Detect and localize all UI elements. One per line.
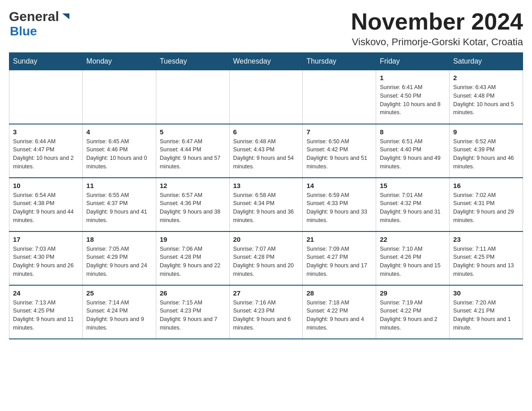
- day-number: 27: [233, 289, 299, 297]
- day-info: Sunrise: 6:52 AM Sunset: 4:39 PM Dayligh…: [453, 137, 519, 171]
- day-info: Sunrise: 6:45 AM Sunset: 4:46 PM Dayligh…: [86, 137, 152, 171]
- calendar-header-wednesday: Wednesday: [229, 53, 303, 70]
- logo-blue-text: Blue: [10, 24, 37, 38]
- day-number: 1: [380, 74, 446, 81]
- day-number: 8: [380, 128, 446, 136]
- calendar-week-row: 1Sunrise: 6:41 AM Sunset: 4:50 PM Daylig…: [9, 70, 523, 124]
- day-info: Sunrise: 6:55 AM Sunset: 4:37 PM Dayligh…: [86, 191, 152, 225]
- day-info: Sunrise: 7:05 AM Sunset: 4:29 PM Dayligh…: [86, 245, 152, 278]
- day-number: 5: [160, 128, 226, 136]
- day-info: Sunrise: 7:10 AM Sunset: 4:26 PM Dayligh…: [380, 245, 446, 278]
- calendar-day: 30Sunrise: 7:20 AM Sunset: 4:21 PM Dayli…: [450, 285, 523, 339]
- day-info: Sunrise: 7:19 AM Sunset: 4:22 PM Dayligh…: [380, 299, 446, 332]
- calendar-day: 26Sunrise: 7:15 AM Sunset: 4:23 PM Dayli…: [156, 285, 229, 339]
- day-number: 30: [453, 289, 519, 297]
- day-number: 25: [86, 289, 152, 297]
- calendar-header-monday: Monday: [82, 53, 156, 70]
- calendar-day: 16Sunrise: 7:02 AM Sunset: 4:31 PM Dayli…: [450, 178, 523, 231]
- day-number: 13: [233, 182, 299, 189]
- day-number: 3: [13, 128, 79, 136]
- day-info: Sunrise: 7:14 AM Sunset: 4:24 PM Dayligh…: [86, 299, 152, 332]
- calendar-day: 21Sunrise: 7:09 AM Sunset: 4:27 PM Dayli…: [303, 231, 376, 285]
- calendar-day: 9Sunrise: 6:52 AM Sunset: 4:39 PM Daylig…: [450, 124, 523, 178]
- calendar-day: [82, 70, 156, 124]
- day-info: Sunrise: 6:43 AM Sunset: 4:48 PM Dayligh…: [453, 83, 519, 117]
- day-info: Sunrise: 6:50 AM Sunset: 4:42 PM Dayligh…: [306, 137, 372, 171]
- day-info: Sunrise: 7:20 AM Sunset: 4:21 PM Dayligh…: [453, 299, 519, 332]
- calendar-day: 24Sunrise: 7:13 AM Sunset: 4:25 PM Dayli…: [9, 285, 83, 339]
- day-number: 6: [233, 128, 299, 136]
- calendar-day: 11Sunrise: 6:55 AM Sunset: 4:37 PM Dayli…: [82, 178, 156, 231]
- day-number: 22: [380, 235, 446, 243]
- calendar-table: SundayMondayTuesdayWednesdayThursdayFrid…: [9, 52, 523, 339]
- day-number: 19: [160, 235, 226, 243]
- calendar-day: 12Sunrise: 6:57 AM Sunset: 4:36 PM Dayli…: [156, 178, 229, 231]
- calendar-day: 13Sunrise: 6:58 AM Sunset: 4:34 PM Dayli…: [229, 178, 303, 231]
- day-info: Sunrise: 7:16 AM Sunset: 4:23 PM Dayligh…: [233, 299, 299, 332]
- day-info: Sunrise: 7:06 AM Sunset: 4:28 PM Dayligh…: [160, 245, 226, 278]
- calendar-day: 8Sunrise: 6:51 AM Sunset: 4:40 PM Daylig…: [376, 124, 450, 178]
- calendar-day: 10Sunrise: 6:54 AM Sunset: 4:38 PM Dayli…: [9, 178, 83, 231]
- day-number: 23: [453, 235, 519, 243]
- calendar-day: 6Sunrise: 6:48 AM Sunset: 4:43 PM Daylig…: [229, 124, 303, 178]
- day-info: Sunrise: 6:47 AM Sunset: 4:44 PM Dayligh…: [160, 137, 226, 171]
- day-info: Sunrise: 7:18 AM Sunset: 4:22 PM Dayligh…: [306, 299, 372, 332]
- calendar-day: 15Sunrise: 7:01 AM Sunset: 4:32 PM Dayli…: [376, 178, 450, 231]
- calendar-day: 28Sunrise: 7:18 AM Sunset: 4:22 PM Dayli…: [303, 285, 376, 339]
- day-number: 15: [380, 182, 446, 189]
- calendar-day: 2Sunrise: 6:43 AM Sunset: 4:48 PM Daylig…: [450, 70, 523, 124]
- location-text: Viskovo, Primorje-Gorski Kotar, Croatia: [351, 36, 523, 48]
- day-info: Sunrise: 7:02 AM Sunset: 4:31 PM Dayligh…: [453, 191, 519, 225]
- calendar-day: 29Sunrise: 7:19 AM Sunset: 4:22 PM Dayli…: [376, 285, 450, 339]
- calendar-day: 22Sunrise: 7:10 AM Sunset: 4:26 PM Dayli…: [376, 231, 450, 285]
- calendar-header-row: SundayMondayTuesdayWednesdayThursdayFrid…: [9, 53, 523, 70]
- day-number: 2: [453, 74, 519, 81]
- day-info: Sunrise: 7:01 AM Sunset: 4:32 PM Dayligh…: [380, 191, 446, 225]
- logo: General Blue: [9, 9, 71, 39]
- day-number: 7: [306, 128, 372, 136]
- calendar-day: [9, 70, 83, 124]
- day-number: 18: [86, 235, 152, 243]
- calendar-header-friday: Friday: [376, 53, 450, 70]
- day-info: Sunrise: 6:41 AM Sunset: 4:50 PM Dayligh…: [380, 83, 446, 117]
- calendar-header-tuesday: Tuesday: [156, 53, 229, 70]
- calendar-day: 1Sunrise: 6:41 AM Sunset: 4:50 PM Daylig…: [376, 70, 450, 124]
- day-info: Sunrise: 6:54 AM Sunset: 4:38 PM Dayligh…: [13, 191, 79, 225]
- day-number: 12: [160, 182, 226, 189]
- calendar-header-thursday: Thursday: [303, 53, 376, 70]
- calendar-day: 14Sunrise: 6:59 AM Sunset: 4:33 PM Dayli…: [303, 178, 376, 231]
- day-number: 24: [13, 289, 79, 297]
- day-number: 14: [306, 182, 372, 189]
- logo-general-text: General: [9, 9, 59, 24]
- day-info: Sunrise: 6:58 AM Sunset: 4:34 PM Dayligh…: [233, 191, 299, 225]
- month-title: November 2024: [351, 9, 523, 34]
- calendar-header-sunday: Sunday: [9, 53, 83, 70]
- day-info: Sunrise: 6:44 AM Sunset: 4:47 PM Dayligh…: [13, 137, 79, 171]
- day-info: Sunrise: 6:57 AM Sunset: 4:36 PM Dayligh…: [160, 191, 226, 225]
- day-info: Sunrise: 7:07 AM Sunset: 4:28 PM Dayligh…: [233, 245, 299, 278]
- calendar-day: 17Sunrise: 7:03 AM Sunset: 4:30 PM Dayli…: [9, 231, 83, 285]
- svg-marker-0: [62, 13, 69, 19]
- calendar-day: 4Sunrise: 6:45 AM Sunset: 4:46 PM Daylig…: [82, 124, 156, 178]
- calendar-header-saturday: Saturday: [450, 53, 523, 70]
- calendar-day: 19Sunrise: 7:06 AM Sunset: 4:28 PM Dayli…: [156, 231, 229, 285]
- day-number: 28: [306, 289, 372, 297]
- day-number: 21: [306, 235, 372, 243]
- day-info: Sunrise: 7:13 AM Sunset: 4:25 PM Dayligh…: [13, 299, 79, 332]
- day-number: 26: [160, 289, 226, 297]
- day-info: Sunrise: 6:59 AM Sunset: 4:33 PM Dayligh…: [306, 191, 372, 225]
- day-number: 9: [453, 128, 519, 136]
- calendar-day: 27Sunrise: 7:16 AM Sunset: 4:23 PM Dayli…: [229, 285, 303, 339]
- day-info: Sunrise: 7:15 AM Sunset: 4:23 PM Dayligh…: [160, 299, 226, 332]
- day-number: 29: [380, 289, 446, 297]
- calendar-week-row: 24Sunrise: 7:13 AM Sunset: 4:25 PM Dayli…: [9, 285, 523, 339]
- logo-triangle-icon: [61, 11, 71, 23]
- day-info: Sunrise: 7:03 AM Sunset: 4:30 PM Dayligh…: [13, 245, 79, 278]
- calendar-week-row: 3Sunrise: 6:44 AM Sunset: 4:47 PM Daylig…: [9, 124, 523, 178]
- calendar-week-row: 10Sunrise: 6:54 AM Sunset: 4:38 PM Dayli…: [9, 178, 523, 231]
- day-info: Sunrise: 7:11 AM Sunset: 4:25 PM Dayligh…: [453, 245, 519, 278]
- calendar-day: 7Sunrise: 6:50 AM Sunset: 4:42 PM Daylig…: [303, 124, 376, 178]
- day-number: 20: [233, 235, 299, 243]
- day-number: 10: [13, 182, 79, 189]
- day-number: 17: [13, 235, 79, 243]
